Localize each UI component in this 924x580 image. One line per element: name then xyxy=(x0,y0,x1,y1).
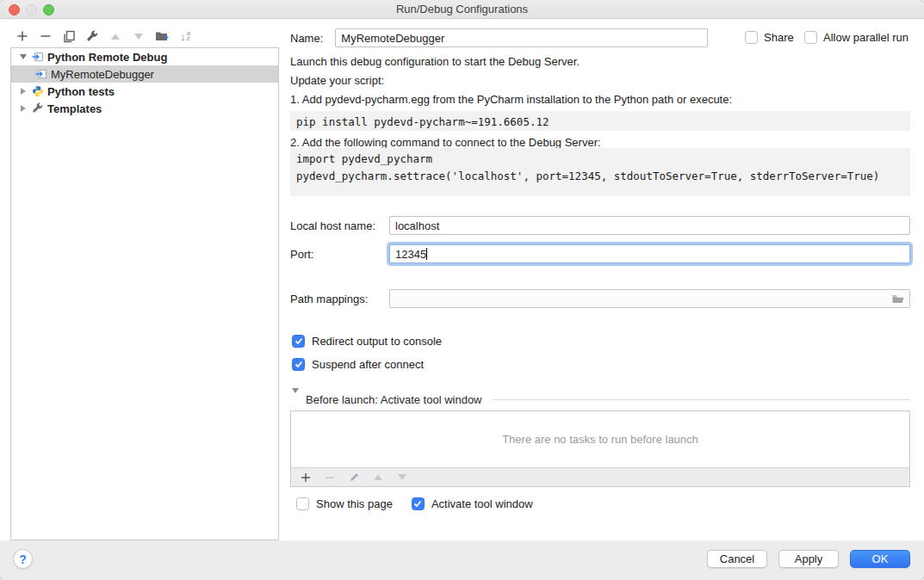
edit-task-pencil-icon xyxy=(347,471,361,484)
settrace-code-line-2: pydevd_pycharm.settrace('localhost', por… xyxy=(296,168,904,185)
text-caret xyxy=(426,248,427,260)
copy-configuration-icon[interactable] xyxy=(62,29,76,43)
cancel-button[interactable]: Cancel xyxy=(707,550,767,568)
move-down-icon xyxy=(132,29,146,43)
description-line-1: Launch this debug configuration to start… xyxy=(290,55,580,68)
suspend-after-connect-checkbox[interactable] xyxy=(292,358,305,371)
allow-parallel-run-checkbox-group[interactable]: Allow parallel run xyxy=(804,31,908,44)
configurations-tree: Python Remote Debug MyRemoteDebugger Pyt… xyxy=(10,47,279,540)
settrace-code-line-1: import pydevd_pycharm xyxy=(296,151,904,168)
titlebar: Run/Debug Configurations xyxy=(0,0,924,19)
sort-configurations-icon[interactable]: ↓az xyxy=(178,29,192,43)
local-host-label: Local host name: xyxy=(290,219,389,232)
ok-button[interactable]: OK xyxy=(850,550,910,568)
tree-item-label: MyRemoteDebugger xyxy=(51,68,154,81)
port-input[interactable]: 12345 xyxy=(389,244,910,263)
path-mappings-label: Path mappings: xyxy=(290,293,389,305)
remove-task-icon xyxy=(323,471,337,484)
new-folder-icon[interactable] xyxy=(155,29,169,43)
wrench-icon xyxy=(32,102,44,114)
redirect-output-row[interactable]: Redirect output to console xyxy=(292,335,442,348)
help-button[interactable]: ? xyxy=(13,549,33,569)
collapse-arrow-icon[interactable] xyxy=(18,105,28,112)
collapse-arrow-icon[interactable] xyxy=(18,88,28,95)
local-host-row: Local host name: xyxy=(290,216,910,235)
tree-item-python-tests[interactable]: Python tests xyxy=(11,83,278,100)
move-up-icon xyxy=(109,29,122,43)
before-launch-header[interactable]: Before launch: Activate tool window xyxy=(292,393,910,406)
add-task-icon[interactable] xyxy=(299,471,313,484)
share-checkbox[interactable] xyxy=(745,31,758,44)
name-input[interactable] xyxy=(335,28,708,47)
redirect-output-label: Redirect output to console xyxy=(312,335,442,348)
activate-tool-window-checkbox[interactable] xyxy=(412,497,425,510)
share-checkbox-group[interactable]: Share xyxy=(745,31,794,44)
path-mappings-input[interactable] xyxy=(389,289,910,308)
before-launch-title: Before launch: Activate tool window xyxy=(306,393,482,406)
tree-item-label: Templates xyxy=(47,102,102,115)
expand-arrow-icon[interactable] xyxy=(18,54,28,59)
port-label: Port: xyxy=(290,248,389,261)
step-1-text: 1. Add pydevd-pycharm.egg from the PyCha… xyxy=(290,93,732,106)
python-logo-icon xyxy=(32,85,44,97)
name-label: Name: xyxy=(290,32,323,45)
edit-defaults-wrench-icon[interactable] xyxy=(85,29,99,43)
footer-buttons: Cancel Apply OK xyxy=(707,550,910,568)
configurations-toolbar: ↓az xyxy=(16,27,192,46)
allow-parallel-run-checkbox[interactable] xyxy=(804,31,817,44)
browse-folder-icon[interactable] xyxy=(891,293,905,307)
show-this-page-checkbox[interactable] xyxy=(296,497,309,510)
tree-item-label: Python tests xyxy=(47,85,115,98)
suspend-after-connect-row[interactable]: Suspend after connect xyxy=(292,358,424,371)
close-window-button[interactable] xyxy=(9,4,20,15)
window-controls xyxy=(9,4,54,15)
pip-install-code-block: pip install pydevd-pycharm~=191.6605.12 xyxy=(290,111,910,131)
move-task-down-icon xyxy=(395,471,409,484)
move-task-up-icon xyxy=(371,471,385,484)
redirect-output-checkbox[interactable] xyxy=(292,335,305,348)
show-this-page-label: Show this page xyxy=(316,497,393,510)
tree-item-templates[interactable]: Templates xyxy=(11,100,278,117)
remove-configuration-icon[interactable] xyxy=(39,29,53,43)
dialog-footer: ? Cancel Apply OK xyxy=(0,540,924,580)
description-line-2: Update your script: xyxy=(290,74,384,87)
step-2-text: 2. Add the following command to connect … xyxy=(290,136,601,149)
name-row: Name: xyxy=(290,28,708,47)
add-configuration-icon[interactable] xyxy=(16,29,29,43)
share-label: Share xyxy=(764,31,794,44)
zoom-window-button[interactable] xyxy=(43,4,54,15)
section-divider xyxy=(493,399,910,400)
before-launch-tasks-panel: There are no tasks to run before launch xyxy=(290,410,910,487)
show-this-page-row[interactable]: Show this page Activate tool window xyxy=(296,497,533,510)
tasks-toolbar xyxy=(291,467,909,486)
local-host-input[interactable] xyxy=(389,216,910,235)
allow-parallel-run-label: Allow parallel run xyxy=(823,31,908,44)
empty-tasks-text: There are no tasks to run before launch xyxy=(291,411,909,467)
minimize-window-button xyxy=(26,4,37,15)
port-row: Port: 12345 xyxy=(290,244,910,263)
settrace-code-block: import pydevd_pycharm pydevd_pycharm.set… xyxy=(290,148,910,196)
suspend-after-connect-label: Suspend after connect xyxy=(312,358,424,371)
run-debug-configurations-dialog: Run/Debug Configurations ↓az Python Remo xyxy=(0,0,924,580)
tree-item-label: Python Remote Debug xyxy=(47,51,167,64)
remote-debug-icon xyxy=(35,68,47,80)
tree-item-python-remote-debug[interactable]: Python Remote Debug xyxy=(11,48,278,65)
remote-debug-icon xyxy=(32,51,44,63)
collapse-section-arrow-icon[interactable] xyxy=(292,393,299,406)
apply-button[interactable]: Apply xyxy=(778,550,839,568)
activate-tool-window-label: Activate tool window xyxy=(431,497,533,510)
tree-item-myremotedebugger[interactable]: MyRemoteDebugger xyxy=(11,65,278,83)
path-mappings-row: Path mappings: xyxy=(290,289,910,308)
window-title: Run/Debug Configurations xyxy=(396,3,528,15)
